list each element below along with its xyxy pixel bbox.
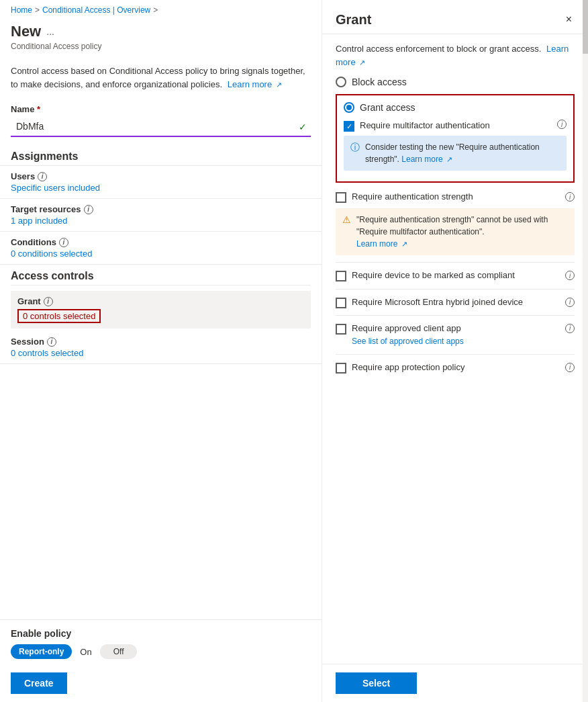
block-access-option[interactable]: Block access — [336, 77, 575, 87]
page-title-area: New ... Conditional Access policy — [0, 20, 322, 56]
panel-external-link-icon: ↗ — [359, 57, 365, 69]
right-panel: Grant × Control access enforcement to bl… — [322, 0, 588, 702]
grant-access-label: Grant access — [360, 102, 415, 113]
grant-box[interactable]: Grant i 0 controls selected — [11, 291, 311, 328]
users-assignment[interactable]: Users i Specific users included — [0, 166, 322, 199]
require-auth-strength-checkbox[interactable] — [336, 192, 346, 203]
target-resources-assignment[interactable]: Target resources i 1 app included — [0, 199, 322, 232]
divider-4 — [336, 354, 575, 355]
session-box: Session i 0 controls selected — [0, 337, 322, 364]
name-input[interactable] — [11, 117, 311, 137]
entra-hybrid-info-icon[interactable]: i — [565, 298, 575, 307]
grant-access-option[interactable]: Grant access — [344, 102, 567, 113]
close-button[interactable]: × — [563, 11, 575, 28]
auth-strength-info-icon[interactable]: i — [565, 192, 575, 202]
page-title-ellipsis: ... — [46, 26, 54, 37]
name-label: Name * — [11, 104, 311, 114]
session-label: Session i — [11, 337, 311, 347]
require-mfa-checkbox[interactable] — [344, 121, 354, 132]
target-resources-label: Target resources i — [11, 204, 311, 214]
see-list-link[interactable]: See list of approved client apps — [352, 336, 560, 347]
require-mfa-row: Require multifactor authentication i — [344, 120, 567, 132]
toggle-off-label[interactable]: Off — [113, 647, 124, 656]
enable-policy-title: Enable policy — [11, 628, 311, 639]
require-device-compliant-checkbox[interactable] — [336, 271, 346, 281]
conditions-assignment[interactable]: Conditions i 0 conditions selected — [0, 232, 322, 265]
grant-controls-badge[interactable]: 0 controls selected — [17, 309, 101, 323]
target-resources-info-icon[interactable]: i — [84, 205, 93, 214]
device-compliant-info-icon[interactable]: i — [565, 271, 575, 280]
enable-policy-section: Enable policy Report-only On Off — [0, 619, 322, 667]
require-auth-strength-label: Require authentication strength — [352, 191, 560, 203]
panel-footer: Select — [322, 664, 588, 702]
require-approved-client-row: Require approved client app See list of … — [336, 322, 575, 347]
warning-text: "Require authentication strength" cannot… — [356, 214, 568, 250]
access-controls-title: Access controls — [11, 270, 311, 286]
conditions-label: Conditions i — [11, 237, 311, 247]
require-device-compliant-label: Require device to be marked as compliant — [352, 269, 560, 281]
toggle-off-wrapper: Off — [100, 644, 138, 659]
breadcrumb-separator-1: > — [35, 5, 40, 15]
users-label: Users i — [11, 171, 311, 181]
mfa-info-note: ⓘ Consider testing the new "Require auth… — [344, 136, 567, 171]
divider-3 — [336, 315, 575, 316]
create-button[interactable]: Create — [11, 672, 67, 694]
page-subtitle: Conditional Access policy — [11, 42, 311, 51]
session-info-icon[interactable]: i — [47, 337, 56, 347]
divider-2 — [336, 289, 575, 290]
info-note-text: Consider testing the new "Require authen… — [365, 141, 560, 165]
conditions-info-icon[interactable]: i — [59, 238, 68, 247]
breadcrumb-conditional-access[interactable]: Conditional Access | Overview — [42, 5, 150, 15]
conditions-value[interactable]: 0 conditions selected — [11, 249, 311, 259]
name-section: Name * ✓ — [0, 99, 322, 142]
access-controls-section: Access controls Grant i 0 controls selec… — [0, 265, 322, 337]
toggle-report-only[interactable]: Report-only — [11, 644, 72, 659]
users-info-icon[interactable]: i — [38, 172, 47, 181]
breadcrumb: Home > Conditional Access | Overview > — [0, 0, 322, 20]
warning-icon: ⚠ — [342, 214, 351, 225]
grant-access-radio[interactable] — [344, 102, 354, 113]
require-approved-client-label: Require approved client app See list of … — [352, 322, 560, 347]
block-access-radio[interactable] — [336, 77, 346, 87]
require-entra-hybrid-label: Require Microsoft Entra hybrid joined de… — [352, 296, 560, 308]
select-button[interactable]: Select — [336, 672, 417, 694]
info-note-ext-icon: ↗ — [446, 154, 452, 165]
approved-client-info-icon[interactable]: i — [565, 324, 575, 333]
left-panel: Home > Conditional Access | Overview > N… — [0, 0, 322, 702]
require-app-protection-row: Require app protection policy i — [336, 361, 575, 374]
require-app-protection-label: Require app protection policy — [352, 361, 560, 374]
required-asterisk: * — [37, 104, 40, 114]
external-link-icon: ↗ — [276, 79, 282, 91]
warning-ext-icon: ↗ — [401, 238, 407, 250]
require-app-protection-checkbox[interactable] — [336, 363, 346, 374]
panel-description: Control access enforcement to block or g… — [336, 42, 575, 69]
divider-1 — [336, 262, 575, 263]
breadcrumb-separator-2: > — [153, 5, 158, 15]
info-note-icon: ⓘ — [350, 142, 360, 154]
learn-more-link[interactable]: Learn more ↗ — [228, 79, 282, 89]
checkmark-icon: ✓ — [299, 122, 307, 132]
panel-header: Grant × — [322, 0, 588, 34]
warning-learn-more[interactable]: Learn more ↗ — [356, 239, 407, 249]
require-approved-client-checkbox[interactable] — [336, 324, 346, 335]
session-value[interactable]: 0 controls selected — [11, 348, 311, 358]
toggle-group: Report-only On Off — [11, 644, 311, 659]
users-value[interactable]: Specific users included — [11, 183, 311, 193]
require-mfa-info-icon[interactable]: i — [557, 120, 567, 129]
require-entra-hybrid-checkbox[interactable] — [336, 298, 346, 308]
target-resources-value[interactable]: 1 app included — [11, 216, 311, 226]
grant-info-icon[interactable]: i — [44, 297, 53, 306]
panel-scrollable: Control access enforcement to block or g… — [322, 34, 588, 664]
require-entra-hybrid-row: Require Microsoft Entra hybrid joined de… — [336, 296, 575, 308]
info-note-learn-more[interactable]: Learn more ↗ — [401, 155, 452, 164]
warning-note: ⚠ "Require authentication strength" cann… — [336, 208, 575, 255]
breadcrumb-home[interactable]: Home — [11, 5, 32, 15]
description-area: Control access based on Conditional Acce… — [0, 56, 322, 99]
toggle-on[interactable]: On — [80, 647, 91, 657]
require-auth-strength-row: Require authentication strength i — [336, 191, 575, 203]
page-title-text: New — [11, 23, 41, 40]
require-mfa-label: Require multifactor authentication — [360, 120, 490, 132]
require-device-compliant-row: Require device to be marked as compliant… — [336, 269, 575, 281]
panel-title: Grant — [336, 12, 371, 28]
app-protection-info-icon[interactable]: i — [565, 363, 575, 372]
